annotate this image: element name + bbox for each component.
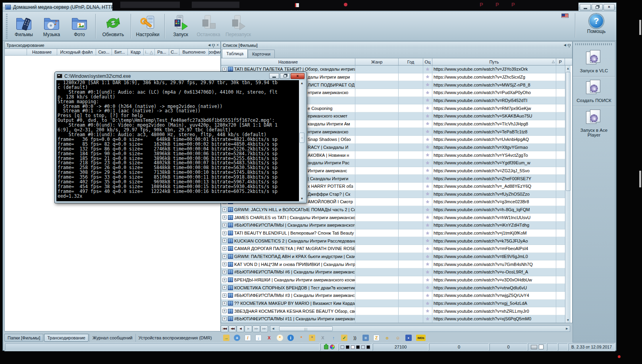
video-url[interactable]: https://www.youtube.com/watch?v=_Ad88YEz… — [432, 183, 556, 191]
video-url[interactable]: https://www.youtube.com/watch?v=hW1IncUU… — [432, 214, 556, 221]
scroll-up-icon[interactable]: ▲ — [301, 80, 304, 86]
tab-cards[interactable]: Карточки — [248, 50, 275, 58]
row-expander[interactable]: + — [222, 309, 227, 313]
refresh-button[interactable]: Обновить — [98, 12, 129, 40]
key-icon[interactable]: o — [384, 335, 390, 341]
close-panel-icon[interactable]: × — [216, 43, 219, 47]
video-url[interactable]: https://www.youtube.com/watch?v=SKAKBAuo… — [432, 112, 556, 120]
rating-star-icon[interactable]: ★ — [426, 238, 430, 243]
row-expander[interactable]: + — [222, 293, 227, 298]
table-row[interactable]: + КОСМЕТИКА СПОРНЫХ БРЕНДОВ | Тест драи?… — [221, 284, 565, 292]
table-row[interactable]: + TATI BEAUTY BLENDIFUL | Велюровыи? Спо… — [221, 229, 565, 237]
video-url[interactable]: https://www.youtube.com/watch?v=TIcVhJJH… — [432, 120, 556, 128]
rating-star-icon[interactable]: ★ — [426, 277, 430, 283]
scroll-right-icon[interactable]: ▶ — [564, 327, 570, 330]
rating-star-icon[interactable]: ★ — [426, 82, 430, 87]
rating-star-icon[interactable]: ★ — [426, 74, 430, 79]
rating-star-icon[interactable]: ★ — [426, 98, 430, 103]
row-expander[interactable]: + — [222, 317, 227, 321]
video-url[interactable]: https://www.youtube.com/watch?v=v3D0xOHd… — [432, 276, 556, 284]
rating-star-icon[interactable]: ★ — [426, 67, 430, 72]
column-header[interactable]: Выполнено — [179, 49, 209, 55]
movies-button[interactable]: Фильмы — [10, 12, 38, 40]
column-header[interactable]: і.. △ — [144, 49, 155, 55]
video-url[interactable]: https://www.youtube.com/watch?v=Uvknbi4p… — [432, 136, 556, 144]
scroll-left-icon[interactable]: ◀ — [270, 327, 276, 330]
cmd-titlebar[interactable]: C:\Windows\system32\cmd.exe × — [55, 72, 307, 80]
restore-button[interactable] — [592, 4, 603, 10]
rating-star-icon[interactable]: ★ — [426, 285, 430, 290]
column-header[interactable]: Кадр — [128, 49, 144, 55]
rating-star-icon[interactable]: ★ — [426, 90, 430, 95]
cmd-close-button[interactable]: × — [291, 73, 305, 79]
rating-star-icon[interactable]: ★ — [426, 215, 430, 220]
column-header[interactable]: Ско... — [96, 49, 112, 55]
launch-vlc-button[interactable]: Запуск в VLC — [573, 47, 615, 77]
scroll-down-icon[interactable]: ▼ — [301, 196, 304, 201]
column-header[interactable]: Профил.. — [209, 49, 220, 55]
sort-up-icon[interactable]: ↑ — [330, 335, 337, 341]
rating-star-icon[interactable]: ★ — [426, 316, 430, 322]
sidebar-grip[interactable] — [575, 43, 613, 45]
users-icon[interactable]: ☺ — [395, 335, 401, 341]
rating-star-icon[interactable]: ★ — [426, 254, 430, 259]
scroll-down-icon[interactable]: ▼ — [567, 317, 570, 323]
column-header[interactable]: Ра... — [155, 49, 169, 55]
video-url[interactable]: https://www.youtube.com/watch?v=TePaBTc1… — [432, 128, 556, 136]
column-header-year[interactable]: Год — [399, 58, 423, 65]
scroll-up-icon[interactable]: ▲ — [567, 65, 570, 71]
rating-star-icon[interactable]: ★ — [426, 106, 430, 111]
row-expander[interactable]: + — [222, 254, 227, 259]
video-url[interactable]: https://www.youtube.com/watch?v=k75GJFlJ… — [432, 237, 556, 245]
console-scroll-thumb[interactable]: ≡ — [299, 133, 305, 143]
rating-star-icon[interactable]: ★ — [426, 301, 430, 306]
horizontal-scrollbar[interactable]: ◀ ||| ▶ — [270, 325, 570, 332]
table-row[interactable]: + САМАЯ ДОРОГАЯ ПАЛЕТКА | PAT McGRATH DI… — [221, 245, 565, 253]
column-header[interactable]: Бит... — [112, 49, 128, 55]
rating-star-icon[interactable]: ★ — [426, 231, 430, 236]
column-header-path[interactable]: Путь △ — [432, 58, 556, 65]
row-expander[interactable]: + — [222, 231, 227, 235]
video-url[interactable]: https://www.youtube.com/watch?v=PudXaP0y… — [432, 89, 556, 97]
rating-star-icon[interactable]: ★ — [426, 184, 430, 189]
folder-settings-icon[interactable]: * — [309, 335, 315, 341]
video-url[interactable]: https://www.youtube.com/watch?v=j1tmKj0f… — [432, 229, 556, 237]
add-url-icon[interactable]: + — [234, 335, 240, 341]
row-expander[interactable]: + — [222, 67, 227, 71]
close-button[interactable]: × — [603, 4, 615, 10]
collapse-left-icon[interactable]: ◀ — [564, 44, 566, 47]
save-icon[interactable]: ▪ — [405, 335, 412, 341]
rating-star-icon[interactable]: ★ — [426, 152, 430, 158]
imdb-icon[interactable]: IMDb — [416, 335, 426, 341]
row-expander[interactable]: + — [222, 208, 227, 212]
burst-icon[interactable]: * — [298, 335, 305, 341]
cmd-restore-button[interactable] — [280, 73, 290, 79]
folder-check-icon[interactable]: ✓ — [341, 335, 347, 341]
video-url[interactable]: https://www.youtube.com/watch?v=Ygdf39Eu… — [432, 159, 556, 167]
video-url[interactable]: https://www.youtube.com/watch?v=RM7px9Ge… — [432, 104, 556, 112]
refresh-item-icon[interactable]: ↓ — [255, 335, 262, 341]
pin-icon[interactable] — [568, 44, 571, 46]
column-header-cut[interactable]: Р — [556, 58, 565, 65]
delete-icon[interactable]: X — [266, 335, 272, 341]
row-expander[interactable]: + — [222, 239, 227, 243]
nav-forward-button[interactable]: ▶ — [245, 325, 252, 332]
row-expander[interactable]: + — [222, 223, 227, 227]
video-url[interactable]: https://www.youtube.com/watch?v=ZG2JqJ_5… — [432, 167, 556, 175]
video-url[interactable]: https://www.youtube.com/watch?v=g3mce023… — [432, 198, 556, 206]
table-row[interactable]: + KUCKIAN COSMETICS 2 | Скандалы Интриги… — [221, 237, 565, 245]
table-row[interactable]: + БРЕНДЫ-НЯШКИ | Скандалы Интриги америк… — [221, 276, 565, 284]
row-expander[interactable]: + — [222, 247, 227, 251]
table-pages-icon[interactable]: ≡ — [362, 335, 369, 341]
weather-icon[interactable]: * — [277, 335, 283, 341]
nav-first-button[interactable]: |◀◀ — [221, 325, 228, 332]
row-expander[interactable]: + — [222, 270, 227, 274]
video-url[interactable]: https://www.youtube.com/watch?v=xjS6PqQ5… — [432, 315, 556, 323]
photo-button[interactable]: Фото — [66, 12, 93, 40]
rating-star-icon[interactable]: ★ — [426, 137, 430, 142]
table-row[interactable]: + GRWM: JACLYN HILL и ВОЛОСАТЫЕ ПОМАДЫ ч… — [221, 206, 565, 214]
toolbar-grip[interactable] — [6, 14, 8, 39]
row-expander[interactable]: + — [222, 262, 227, 266]
rating-star-icon[interactable]: ★ — [426, 160, 430, 166]
pin-icon[interactable] — [212, 44, 215, 46]
